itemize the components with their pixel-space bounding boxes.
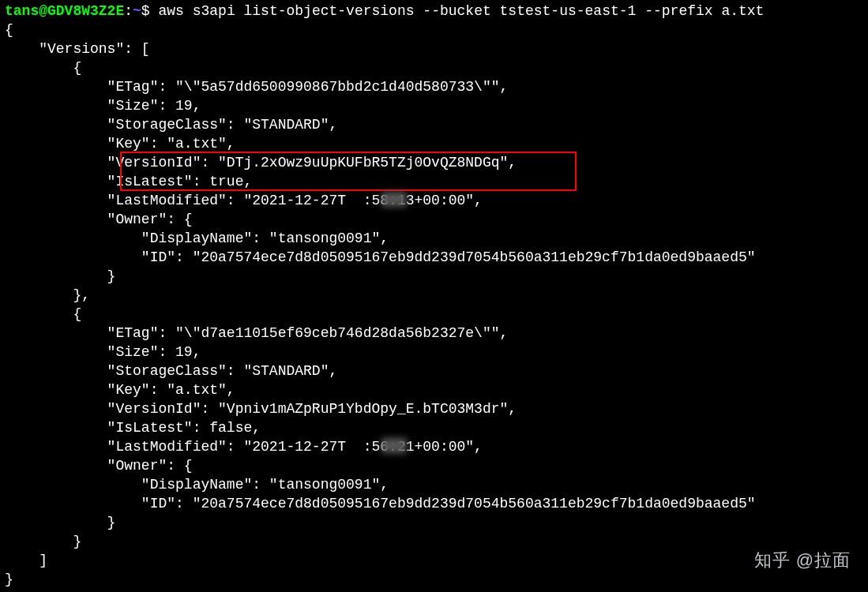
- output-line: },: [5, 286, 863, 305]
- output-line: "Owner": {: [5, 456, 863, 475]
- output-line: "ETag": "\"d7ae11015ef69ceb746d28da56b23…: [5, 324, 863, 343]
- output-line: "StorageClass": "STANDARD",: [5, 115, 863, 134]
- output-line: "ID": "20a7574ece7d8d05095167eb9dd239d70…: [5, 248, 863, 267]
- output-line: ]: [5, 551, 863, 570]
- prompt-line: tans@GDV8W3Z2E:~$ aws s3api list-object-…: [5, 2, 863, 21]
- output-line: }: [5, 267, 863, 286]
- output-line: "StorageClass": "STANDARD",: [5, 362, 863, 380]
- command-text: aws s3api list-object-versions --bucket …: [158, 3, 764, 19]
- output-line: "Key": "a.txt",: [5, 380, 863, 399]
- output-line: "IsLatest": true,: [5, 172, 863, 191]
- output-line: "Owner": {: [5, 210, 863, 229]
- prompt-path: ~: [133, 3, 141, 19]
- output-line: {: [5, 58, 863, 77]
- output-line: "Key": "a.txt",: [5, 134, 863, 153]
- output-line: "VersionId": "DTj.2xOwz9uUpKUFbR5TZj0OvQ…: [5, 153, 863, 172]
- output-line: "Size": 19,: [5, 96, 863, 115]
- output-line: {: [5, 305, 863, 324]
- output-line: }: [5, 532, 863, 551]
- prompt-dollar: $: [141, 3, 159, 19]
- output-line: "VersionId": "Vpniv1mAZpRuP1YbdOpy_E.bTC…: [5, 399, 863, 418]
- output-line: "ETag": "\"5a57dd6500990867bbd2c1d40d580…: [5, 77, 863, 96]
- prompt-sep: :: [124, 3, 133, 19]
- terminal-area[interactable]: tans@GDV8W3Z2E:~$ aws s3api list-object-…: [5, 2, 863, 589]
- output-line: "DisplayName": "tansong0091",: [5, 475, 863, 494]
- output-line: "Size": 19,: [5, 343, 863, 362]
- output-line: {: [5, 21, 863, 39]
- output-line: }: [5, 570, 863, 589]
- output-line: "IsLatest": false,: [5, 418, 863, 437]
- output-line: "ID": "20a7574ece7d8d05095167eb9dd239d70…: [5, 494, 863, 513]
- output-line: }: [5, 513, 863, 532]
- output-line: "Versions": [: [5, 39, 863, 58]
- watermark-text: 知乎 @拉面: [754, 551, 851, 570]
- output-line: "DisplayName": "tansong0091",: [5, 229, 863, 248]
- output-line: "LastModified": "2021-12-27T :58:13+00:0…: [5, 191, 863, 210]
- prompt-user-host: tans@GDV8W3Z2E: [5, 3, 124, 19]
- output-line: "LastModified": "2021-12-27T :56:21+00:0…: [5, 437, 863, 456]
